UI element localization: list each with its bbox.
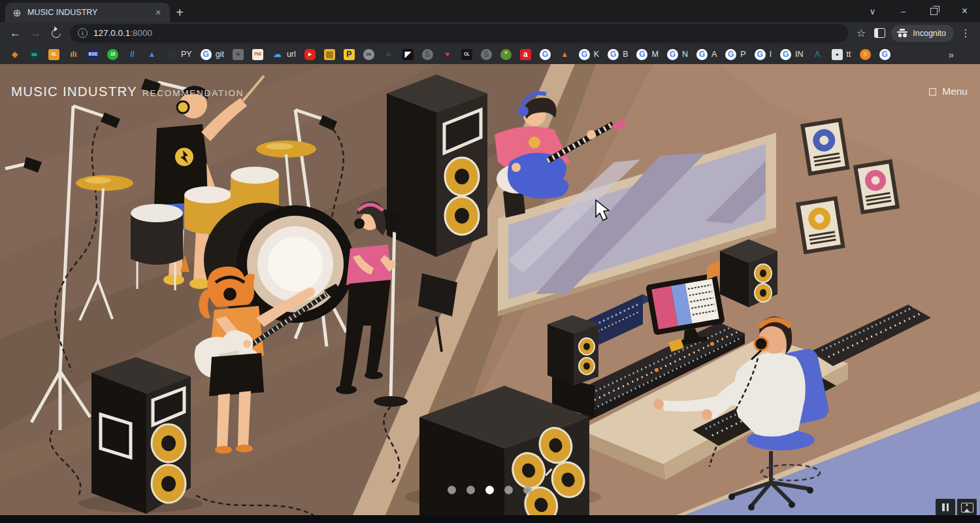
bookmark-item[interactable]: ▲: [559, 47, 570, 61]
minimize-button[interactable]: –: [888, 0, 919, 22]
bookmark-item[interactable]: GIN: [780, 47, 804, 61]
bookmark-item[interactable]: G: [540, 47, 551, 61]
bookmark-item[interactable]: ☀: [860, 47, 871, 61]
heart-icon: ♥: [442, 49, 453, 60]
close-window-button[interactable]: ×: [949, 0, 980, 22]
bookmark-item[interactable]: oo: [363, 47, 374, 61]
reload-button[interactable]: [46, 24, 66, 43]
bookmark-item[interactable]: ▪tt: [832, 47, 851, 61]
browser-tab[interactable]: ⊕ MUSIC INDUSTRY ×: [5, 3, 170, 22]
kite-icon: ◆: [9, 49, 20, 60]
bookmark-item[interactable]: ılı: [68, 47, 79, 61]
bookmarks-overflow-button[interactable]: »: [949, 49, 971, 60]
bookmark-label: M: [651, 50, 658, 59]
bookmark-item[interactable]: ▶: [304, 47, 316, 61]
carousel-dot[interactable]: [523, 486, 532, 494]
google-m-icon: G: [636, 49, 647, 60]
bookmark-label: url: [287, 50, 296, 59]
menu-icon: [929, 88, 936, 95]
bookmark-item[interactable]: Ggit: [201, 47, 224, 61]
bookmark-item[interactable]: a: [520, 47, 531, 61]
google-n-icon: G: [667, 49, 678, 60]
restore-button[interactable]: [919, 0, 949, 22]
bookmark-item[interactable]: S: [422, 47, 433, 61]
bookmark-item[interactable]: PY: [166, 47, 192, 61]
bookmark-item[interactable]: S: [481, 47, 492, 61]
menu-button[interactable]: Menu: [929, 86, 969, 97]
bookmark-item[interactable]: tv: [233, 47, 244, 61]
side-panel-button[interactable]: [870, 24, 889, 42]
bookmark-item[interactable]: GB: [608, 47, 628, 61]
carousel-slideshow-button[interactable]: [957, 499, 977, 515]
bookmark-item[interactable]: ◤: [402, 47, 414, 61]
google-in-icon: G: [780, 49, 791, 60]
eagle-icon: ◤: [402, 49, 414, 60]
bookmark-item[interactable]: 15: [107, 47, 118, 61]
picture-frame-icon: [961, 503, 973, 513]
bookmark-item[interactable]: ◆: [9, 47, 20, 61]
bookmark-item[interactable]: PMI: [252, 47, 263, 61]
monitor-icon: ▪: [832, 49, 843, 60]
bookmark-label: A: [711, 50, 717, 59]
bookmark-item[interactable]: //: [127, 47, 138, 61]
carousel-pause-button[interactable]: [936, 499, 955, 515]
new-tab-button[interactable]: +: [170, 3, 189, 22]
tv-icon: tv: [233, 49, 244, 60]
bookmark-label: I: [770, 50, 772, 59]
url-text: 127.0.0.1:8000: [93, 28, 152, 38]
carousel-dot[interactable]: [448, 486, 456, 494]
address-bar[interactable]: i 127.0.0.1:8000: [70, 24, 848, 42]
bookmark-label: B: [623, 50, 628, 59]
back-button[interactable]: ←: [5, 24, 25, 43]
bookmark-item[interactable]: GI: [755, 47, 772, 61]
bookmark-item[interactable]: P: [344, 47, 355, 61]
bookmark-label: PY: [181, 50, 192, 59]
tab-close-icon[interactable]: ×: [153, 7, 163, 18]
bookmark-item[interactable]: GM: [636, 47, 658, 61]
google-b-icon: G: [608, 49, 619, 60]
bookmark-label: git: [216, 50, 224, 59]
bookmark-item[interactable]: Λ: [812, 47, 823, 61]
pmi-icon: PMI: [252, 49, 263, 60]
gray-s2-icon: S: [481, 49, 492, 60]
mountain-icon: Λ: [812, 49, 823, 60]
bookmark-item[interactable]: *: [500, 47, 512, 61]
carousel-dot[interactable]: [485, 486, 494, 494]
google-ads-icon: //: [127, 49, 138, 60]
menu-label: Menu: [942, 86, 968, 97]
green-ring-icon: ○: [383, 49, 394, 60]
carousel-dots: [448, 486, 532, 494]
bookmark-item[interactable]: IEEE: [88, 47, 99, 61]
page-content: MUSIC INDUSTRY RECOMMENDATION Menu: [0, 64, 980, 515]
incognito-badge: Incognito: [891, 25, 954, 42]
bookmark-item[interactable]: GL: [48, 47, 59, 61]
bookmark-star-button[interactable]: ☆: [852, 24, 870, 42]
bookmark-item[interactable]: ♥: [442, 47, 453, 61]
carousel-dot[interactable]: [504, 486, 513, 494]
bookmark-item[interactable]: GN: [667, 47, 688, 61]
bookmark-item[interactable]: ○: [383, 47, 394, 61]
bookmarks-bar-items: ◆∞GLılıIEEE15//▲PYGgittvPMI☁url▶▤Poo○◤S♥…: [9, 47, 940, 61]
godaddy-icon: ∞: [29, 49, 40, 60]
google3-icon: G: [879, 49, 890, 60]
carousel-controls: [936, 499, 977, 515]
cloud-icon: ☁: [272, 49, 283, 60]
bookmark-item[interactable]: GA: [696, 47, 717, 61]
bookmark-item[interactable]: ▤: [324, 47, 335, 61]
bookmark-item[interactable]: GK: [579, 47, 599, 61]
forward-button[interactable]: →: [25, 24, 46, 43]
bookmark-item[interactable]: CL: [461, 47, 472, 61]
gray-s-icon: S: [422, 49, 433, 60]
bookmark-item[interactable]: GP: [725, 47, 745, 61]
bookmark-item[interactable]: ☁url: [272, 47, 296, 61]
tab-search-button[interactable]: ∨: [857, 0, 888, 22]
tall-speaker: [387, 75, 487, 257]
bookmark-item[interactable]: ▲: [146, 47, 157, 61]
yellow-p-icon: P: [344, 49, 355, 60]
browser-menu-button[interactable]: ⋮: [956, 24, 975, 42]
bookmarks-bar: ◆∞GLılıIEEE15//▲PYGgittvPMI☁url▶▤Poo○◤S♥…: [0, 44, 980, 64]
carousel-dot[interactable]: [466, 486, 475, 494]
site-info-icon[interactable]: i: [78, 28, 88, 38]
bookmark-item[interactable]: G: [879, 47, 890, 61]
bookmark-item[interactable]: ∞: [29, 47, 40, 61]
